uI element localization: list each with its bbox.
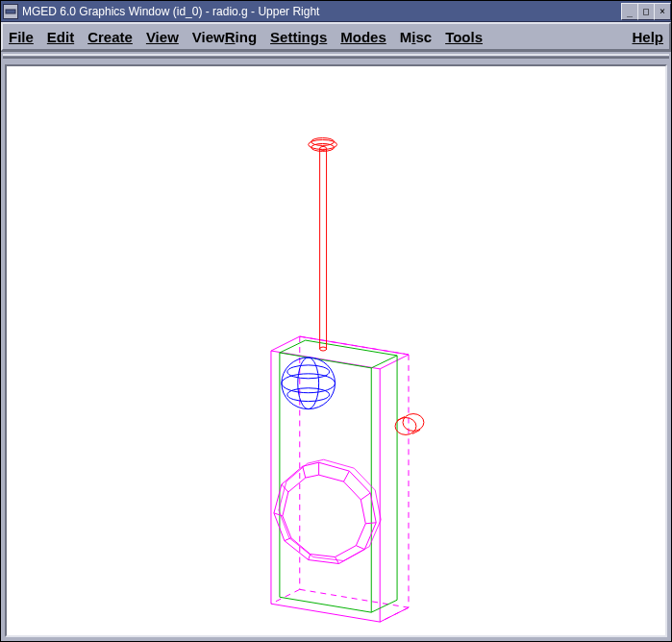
svg-marker-29 (279, 459, 381, 560)
svg-line-19 (343, 471, 349, 482)
titlebar[interactable]: MGED 6.0 Graphics Window (id_0) - radio.… (1, 1, 671, 22)
speaker-torus (274, 459, 381, 563)
svg-rect-0 (6, 10, 15, 13)
svg-line-22 (356, 546, 364, 550)
window-controls: _ □ × (622, 3, 671, 20)
svg-point-31 (282, 374, 336, 393)
svg-line-28 (303, 466, 306, 478)
svg-line-9 (380, 607, 409, 622)
antenna (309, 137, 337, 351)
maximize-button[interactable]: □ (637, 3, 655, 20)
menubar-left: File Edit Create View ViewRing Settings … (9, 29, 483, 45)
svg-line-21 (365, 523, 376, 524)
tuning-knob-sphere (282, 358, 336, 409)
minimize-button[interactable]: _ (621, 3, 638, 20)
svg-point-41 (320, 347, 327, 351)
window-title: MGED 6.0 Graphics Window (id_0) - radio.… (22, 5, 319, 18)
menu-edit[interactable]: Edit (47, 29, 74, 45)
menu-view[interactable]: View (146, 29, 179, 45)
radio-body-outer (271, 336, 409, 622)
svg-line-13 (306, 340, 397, 356)
separator-groove (3, 54, 669, 59)
svg-line-3 (300, 589, 409, 607)
svg-point-36 (403, 414, 424, 432)
svg-marker-16 (274, 462, 376, 563)
menu-create[interactable]: Create (87, 29, 133, 45)
svg-point-34 (287, 388, 330, 402)
svg-point-43 (309, 139, 337, 149)
svg-line-4 (271, 589, 300, 604)
wireframe-scene (7, 66, 665, 635)
graphics-viewport[interactable] (5, 64, 667, 637)
menu-help[interactable]: Help (632, 29, 663, 45)
svg-point-33 (287, 365, 330, 379)
menu-file[interactable]: File (9, 29, 34, 45)
svg-line-10 (300, 336, 409, 355)
close-button[interactable]: × (654, 3, 671, 20)
svg-line-20 (361, 493, 370, 500)
window-menu-icon[interactable] (3, 4, 18, 19)
svg-line-7 (271, 336, 300, 351)
menu-viewring[interactable]: ViewRing (192, 29, 257, 45)
viewport-frame (1, 61, 671, 641)
svg-line-11 (280, 340, 306, 353)
menubar: File Edit Create View ViewRing Settings … (1, 22, 671, 51)
svg-marker-17 (283, 475, 365, 556)
titlebar-left: MGED 6.0 Graphics Window (id_0) - radio.… (3, 4, 319, 19)
menu-settings[interactable]: Settings (270, 29, 327, 45)
side-button (395, 414, 424, 435)
menu-tools[interactable]: Tools (445, 29, 483, 45)
app-window: MGED 6.0 Graphics Window (id_0) - radio.… (0, 0, 672, 642)
menu-misc[interactable]: Misc (400, 29, 432, 45)
toolbar-separator (1, 51, 671, 61)
menu-modes[interactable]: Modes (340, 29, 386, 45)
